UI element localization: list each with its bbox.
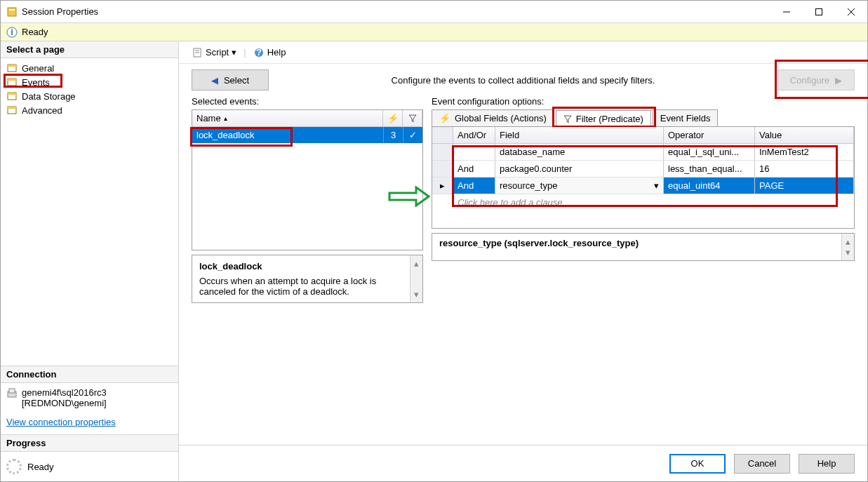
scrollbar[interactable]: ▴ ▾ [410, 255, 422, 302]
config-options-label: Event configuration options: [432, 95, 855, 109]
svg-rect-15 [8, 107, 16, 109]
cell-value[interactable]: PAGE [755, 178, 854, 194]
col-header-andor[interactable]: And/Or [453, 127, 495, 143]
svg-rect-1 [9, 9, 15, 11]
svg-rect-9 [8, 65, 16, 67]
cell-value[interactable]: InMemTest2 [755, 144, 854, 160]
filter-grid: And/Or Field Operator Value database_nam… [432, 127, 855, 229]
funnel-icon [563, 115, 572, 123]
col-header-field[interactable]: Field [495, 127, 664, 143]
event-count: 3 [383, 127, 403, 143]
help-button[interactable]: ? Help [249, 46, 291, 60]
info-icon: i [6, 27, 18, 38]
table-row[interactable]: database_name equal_i_sql_uni... InMemTe… [432, 144, 854, 161]
app-icon [6, 6, 18, 18]
table-row[interactable]: And package0.counter less_than_equal... … [432, 161, 854, 178]
col-header-lightning-icon[interactable]: ⚡ [383, 110, 403, 126]
toolbar: Script ▾ | ? Help [179, 41, 867, 64]
cell-andor[interactable]: And [453, 161, 495, 177]
col-header-value[interactable]: Value [755, 127, 854, 143]
script-icon [192, 47, 203, 58]
window-title: Session Properties [22, 6, 98, 17]
cell-value[interactable]: 16 [755, 161, 854, 177]
minimize-button[interactable] [770, 1, 803, 23]
cell-operator[interactable]: equal_i_sql_uni... [664, 144, 755, 160]
tab-global-fields[interactable]: ⚡ Global Fields (Actions) [432, 109, 554, 126]
scroll-up-icon: ▴ [846, 236, 850, 247]
predicate-info-text: resource_type (sqlserver.lock_resource_t… [432, 234, 841, 260]
progress-text: Ready [27, 462, 54, 472]
cell-operator[interactable]: less_than_equal... [664, 161, 755, 177]
sidebar-item-advanced[interactable]: Advanced [1, 103, 178, 117]
select-label: Select [224, 75, 249, 86]
svg-rect-13 [8, 93, 16, 95]
col-header-operator[interactable]: Operator [664, 127, 755, 143]
cell-operator[interactable]: equal_uint64 [664, 178, 755, 194]
page-icon [6, 91, 18, 102]
list-item[interactable]: lock_deadlock 3 ✓ [192, 127, 422, 143]
progress-header: Progress [1, 435, 178, 452]
add-clause-row[interactable]: Click here to add a clause [432, 194, 854, 210]
maximize-button[interactable] [803, 1, 835, 23]
arrow-right-icon: ▶ [835, 75, 842, 86]
predicate-info-box: resource_type (sqlserver.lock_resource_t… [432, 233, 855, 261]
row-marker[interactable]: ▸ [432, 178, 453, 194]
desc-title: lock_deadlock [199, 261, 403, 272]
connection-user: [REDMOND\genemi] [22, 398, 107, 408]
svg-text:i: i [11, 27, 13, 37]
page-label: General [22, 63, 54, 74]
cell-andor[interactable]: And [453, 178, 495, 194]
help-icon: ? [253, 47, 265, 58]
sort-asc-icon: ▴ [224, 114, 227, 122]
check-icon: ✓ [403, 127, 422, 143]
status-bar: i Ready [1, 23, 867, 41]
cell-andor[interactable] [453, 144, 495, 160]
event-name: lock_deadlock [192, 127, 383, 143]
cell-field[interactable]: package0.counter [495, 161, 664, 177]
page-list: General Events Data Storage Advanced [1, 58, 178, 120]
col-header-funnel-icon[interactable] [403, 110, 422, 126]
scroll-down-icon: ▾ [846, 247, 850, 257]
desc-body: Occurs when an attempt to acquire a lock… [199, 276, 403, 297]
sidebar-item-data-storage[interactable]: Data Storage [1, 89, 178, 103]
tab-event-fields[interactable]: Event Fields [653, 109, 719, 126]
configure-label: Configure [790, 75, 829, 86]
svg-rect-11 [8, 79, 16, 81]
select-button[interactable]: ◀ Select [192, 69, 269, 91]
page-label: Data Storage [22, 91, 76, 102]
help-label: Help [267, 47, 286, 58]
dialog-footer: OK Cancel Help [179, 445, 867, 481]
left-pane: Select a page General Events Data Storag… [1, 41, 179, 481]
table-row[interactable]: ▸ And resource_type ▾ equal_uint64 PAGE [432, 178, 854, 194]
progress-spinner-icon [6, 459, 22, 474]
page-label: Events [22, 77, 50, 88]
configure-button[interactable]: Configure ▶ [777, 69, 855, 91]
sidebar-item-general[interactable]: General [1, 61, 178, 75]
annotation-green-arrow [388, 186, 430, 207]
svg-rect-3 [816, 8, 822, 15]
connection-header: Connection [1, 366, 178, 383]
dropdown-arrow-icon: ▾ [232, 47, 236, 58]
hint-text: Configure the events to collect addition… [277, 75, 769, 86]
sidebar-item-events[interactable]: Events [1, 75, 178, 89]
lightning-icon: ⚡ [439, 113, 450, 123]
row-marker[interactable] [432, 161, 453, 177]
cell-field[interactable]: database_name [495, 144, 664, 160]
ok-button[interactable]: OK [669, 454, 726, 474]
help-button[interactable]: Help [799, 454, 855, 474]
page-icon [6, 105, 18, 116]
row-selector-header [432, 127, 453, 143]
cell-field-dropdown[interactable]: resource_type ▾ [495, 178, 664, 194]
close-button[interactable] [835, 1, 867, 23]
row-marker[interactable] [432, 144, 453, 160]
scrollbar[interactable]: ▴ ▾ [841, 234, 854, 260]
tab-filter-predicate[interactable]: Filter (Predicate) [556, 110, 651, 127]
view-connection-properties-link[interactable]: View connection properties [6, 417, 116, 427]
script-button[interactable]: Script ▾ [187, 46, 241, 60]
cancel-button[interactable]: Cancel [734, 454, 790, 474]
chevron-down-icon: ▾ [654, 180, 659, 191]
page-icon [6, 76, 18, 88]
col-header-name[interactable]: Name ▴ [192, 110, 383, 126]
script-label: Script [206, 47, 229, 58]
select-page-header: Select a page [1, 41, 178, 58]
